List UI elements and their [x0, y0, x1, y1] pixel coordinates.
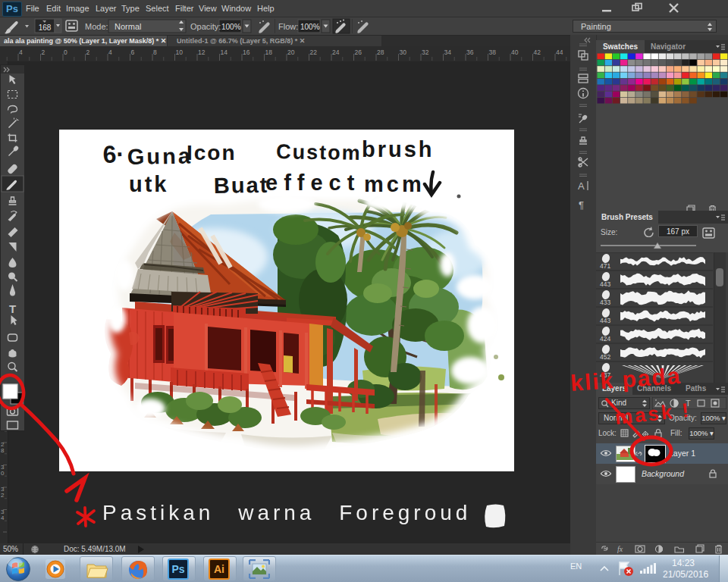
svg-text:40: 40 — [511, 48, 519, 56]
svg-text:12: 12 — [198, 48, 206, 56]
svg-text:10: 10 — [176, 48, 184, 56]
svg-text:4: 4 — [19, 48, 23, 56]
svg-text:452: 452 — [600, 353, 610, 361]
svg-text:Guna: Guna — [127, 144, 193, 169]
svg-text:Icon: Icon — [187, 141, 237, 164]
svg-text:18: 18 — [265, 48, 273, 56]
svg-text:443: 443 — [600, 317, 610, 324]
svg-text:¶: ¶ — [579, 199, 584, 211]
svg-text:36: 36 — [466, 48, 474, 56]
svg-text:Buat: Buat — [214, 173, 269, 198]
svg-text:6: 6 — [131, 48, 135, 56]
svg-text:8: 8 — [1, 447, 5, 454]
svg-text:2: 2 — [1, 492, 5, 499]
svg-text:6·: 6· — [102, 140, 125, 168]
svg-text:utk: utk — [129, 172, 169, 196]
svg-text:2: 2 — [86, 48, 90, 56]
svg-text:T: T — [9, 302, 16, 315]
svg-text:8: 8 — [153, 48, 157, 56]
svg-text:44: 44 — [556, 48, 563, 56]
svg-text:32: 32 — [422, 48, 429, 56]
svg-text:0: 0 — [1, 470, 5, 477]
svg-text:brush: brush — [362, 137, 435, 161]
svg-text:42: 42 — [534, 48, 541, 56]
svg-text:T: T — [686, 399, 691, 408]
svg-text:20: 20 — [287, 48, 295, 56]
svg-text:effect: effect — [265, 171, 360, 195]
svg-text:471: 471 — [600, 262, 610, 270]
svg-text:A: A — [578, 180, 585, 192]
svg-text:14: 14 — [221, 48, 228, 56]
svg-text:4: 4 — [1, 515, 5, 521]
svg-text:24: 24 — [332, 48, 340, 56]
svg-text:437: 437 — [600, 371, 610, 379]
svg-text:34: 34 — [444, 48, 452, 56]
svg-text:433: 433 — [600, 299, 610, 306]
svg-text:22: 22 — [310, 48, 318, 56]
svg-text:Custom: Custom — [276, 140, 362, 164]
svg-text:fx: fx — [617, 545, 623, 553]
svg-text:424: 424 — [600, 335, 610, 343]
svg-text:443: 443 — [600, 280, 610, 288]
svg-text:28: 28 — [377, 48, 384, 56]
svg-text:0: 0 — [64, 48, 67, 56]
svg-text:2: 2 — [42, 48, 46, 56]
svg-text:16: 16 — [243, 48, 250, 56]
svg-text:38: 38 — [489, 48, 497, 56]
svg-text:26: 26 — [355, 48, 362, 56]
svg-text:30: 30 — [400, 48, 407, 56]
svg-text:mcm: mcm — [364, 172, 425, 196]
svg-text:4: 4 — [108, 48, 112, 56]
